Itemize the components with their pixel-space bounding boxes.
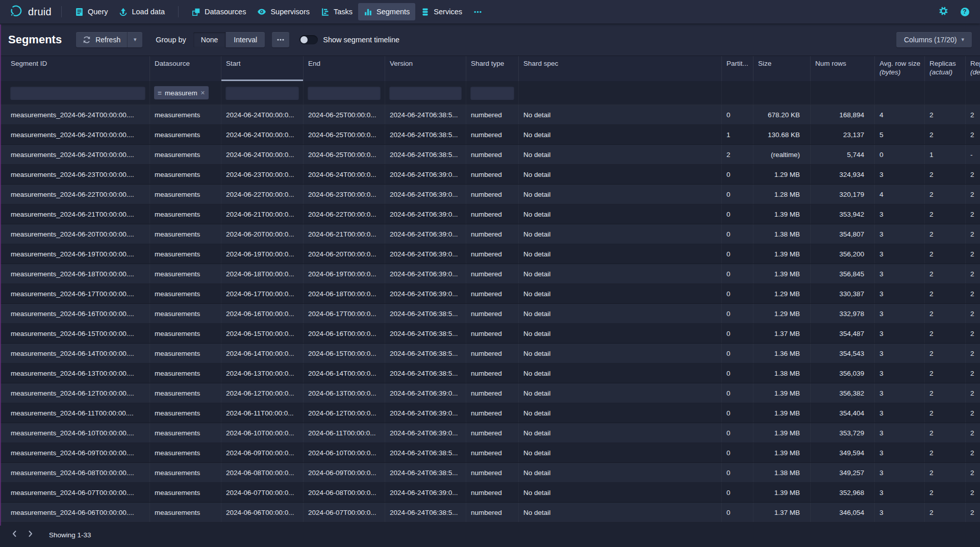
close-icon[interactable]: ✕ [200, 90, 205, 96]
table-row[interactable]: measurements_2024-06-18T00:00:00....meas… [0, 264, 980, 284]
table-row[interactable]: measurements_2024-06-09T00:00:00....meas… [0, 443, 980, 463]
table-row[interactable]: measurements_2024-06-08T00:00:00....meas… [0, 463, 980, 483]
nav-item-load-data[interactable]: Load data [113, 3, 170, 20]
cell-segment-id[interactable]: measurements_2024-06-13T00:00:00.... [6, 363, 150, 383]
column-header-partit-[interactable]: Partit... [722, 56, 753, 81]
column-header-label: Replicas [929, 60, 956, 67]
datasource-filter-tag[interactable]: =measurem✕ [154, 86, 209, 99]
column-header-shard-spec[interactable]: Shard spec [519, 56, 722, 81]
help-button[interactable]: ? [958, 5, 972, 19]
cell-segment-id[interactable]: measurements_2024-06-19T00:00:00.... [6, 244, 150, 264]
columns-button[interactable]: Columns (17/20) ▾ [896, 32, 972, 47]
filter-input-start[interactable] [225, 86, 299, 100]
next-page-button[interactable] [22, 527, 38, 542]
filter-input-version[interactable] [389, 86, 462, 100]
filter-cell-avg-row-size [875, 81, 925, 105]
cell-avg-row-size: 3 [875, 304, 925, 323]
table-row[interactable]: measurements_2024-06-10T00:00:00....meas… [0, 423, 980, 443]
cell-replicas: 2 [925, 165, 966, 184]
brand-name: druid [28, 6, 52, 18]
cell-segment-id[interactable]: measurements_2024-06-22T00:00:00.... [6, 185, 150, 204]
cell-start: 2024-06-06T00:00:0... [221, 503, 304, 522]
column-header-segment-id[interactable]: Segment ID [6, 56, 150, 81]
cell-segment-id[interactable]: measurements_2024-06-09T00:00:00.... [6, 443, 150, 462]
cell-segment-id[interactable]: measurements_2024-06-07T00:00:00.... [6, 483, 150, 502]
column-header-end[interactable]: End [304, 56, 385, 81]
table-row[interactable]: measurements_2024-06-12T00:00:00....meas… [0, 383, 980, 403]
filter-input-segment-id[interactable] [10, 86, 145, 100]
table-row[interactable]: measurements_2024-06-14T00:00:00....meas… [0, 344, 980, 363]
cell-size: 1.37 MB [753, 324, 811, 343]
cell-segment-id[interactable]: measurements_2024-06-21T00:00:00.... [6, 204, 150, 224]
cell-segment-id[interactable]: measurements_2024-06-17T00:00:00.... [6, 284, 150, 303]
more-options-button[interactable] [272, 32, 289, 47]
cell-segment-id[interactable]: measurements_2024-06-24T00:00:00.... [6, 105, 150, 124]
table-row[interactable]: measurements_2024-06-24T00:00:00....meas… [0, 145, 980, 165]
cell-start: 2024-06-07T00:00:0... [221, 483, 304, 502]
navbar-divider [61, 6, 62, 17]
column-header-size[interactable]: Size [753, 56, 811, 81]
column-header-num-rows[interactable]: Num rows [811, 56, 875, 81]
settings-button[interactable] [936, 5, 950, 19]
nav-item-supervisors[interactable]: Supervisors [252, 3, 315, 20]
cell-segment-id[interactable]: measurements_2024-06-23T00:00:00.... [6, 165, 150, 184]
table-row[interactable]: measurements_2024-06-22T00:00:00....meas… [0, 185, 980, 204]
cell-avg-row-size: 3 [875, 264, 925, 283]
cell-segment-id[interactable]: measurements_2024-06-20T00:00:00.... [6, 224, 150, 244]
group-by-option-interval[interactable]: Interval [225, 32, 265, 47]
column-header-datasource[interactable]: Datasource [150, 56, 221, 81]
table-row[interactable]: measurements_2024-06-07T00:00:00....meas… [0, 483, 980, 503]
table-row[interactable]: measurements_2024-06-24T00:00:00....meas… [0, 125, 980, 145]
filter-input-end[interactable] [308, 86, 381, 100]
column-header-version[interactable]: Version [385, 56, 466, 81]
filter-input-shard-type[interactable] [470, 86, 514, 100]
cell-partit-: 0 [722, 304, 753, 323]
table-row[interactable]: measurements_2024-06-06T00:00:00....meas… [0, 503, 980, 523]
table-row[interactable]: measurements_2024-06-20T00:00:00....meas… [0, 224, 980, 244]
column-header-avg-row-size[interactable]: Avg. row size(bytes) [875, 56, 925, 81]
cell-segment-id[interactable]: measurements_2024-06-14T00:00:00.... [6, 344, 150, 363]
column-header-replicas[interactable]: Replicas(actual) [925, 56, 966, 81]
filter-cell-end [304, 81, 385, 105]
column-header-replication-factor[interactable]: Replication factor(desired) [966, 56, 980, 81]
table-row[interactable]: measurements_2024-06-11T00:00:00....meas… [0, 403, 980, 423]
cell-segment-id[interactable]: measurements_2024-06-15T00:00:00.... [6, 324, 150, 343]
table-row[interactable]: measurements_2024-06-19T00:00:00....meas… [0, 244, 980, 264]
filter-cell-segment-id [6, 81, 150, 105]
cell-segment-id[interactable]: measurements_2024-06-24T00:00:00.... [6, 125, 150, 144]
cell-replicas: 2 [925, 204, 966, 224]
group-by-option-none[interactable]: None [193, 32, 225, 47]
nav-item-more[interactable] [468, 3, 488, 20]
column-header-shard-type[interactable]: Shard type [466, 56, 519, 81]
cell-start: 2024-06-09T00:00:0... [221, 443, 304, 462]
cell-segment-id[interactable]: measurements_2024-06-16T00:00:00.... [6, 304, 150, 323]
table-row[interactable]: measurements_2024-06-16T00:00:00....meas… [0, 304, 980, 324]
previous-page-button[interactable] [7, 527, 22, 542]
cell-segment-id[interactable]: measurements_2024-06-10T00:00:00.... [6, 423, 150, 442]
refresh-button[interactable]: Refresh [76, 32, 127, 47]
cell-segment-id[interactable]: measurements_2024-06-12T00:00:00.... [6, 383, 150, 403]
cell-size: 1.29 MB [753, 304, 811, 323]
table-row[interactable]: measurements_2024-06-13T00:00:00....meas… [0, 363, 980, 383]
nav-item-tasks[interactable]: Tasks [315, 3, 358, 20]
druid-brand[interactable]: druid [9, 4, 52, 20]
cell-segment-id[interactable]: measurements_2024-06-18T00:00:00.... [6, 264, 150, 283]
table-row[interactable]: measurements_2024-06-17T00:00:00....meas… [0, 284, 980, 304]
table-row[interactable]: measurements_2024-06-15T00:00:00....meas… [0, 324, 980, 344]
cell-segment-id[interactable]: measurements_2024-06-06T00:00:00.... [6, 503, 150, 522]
table-row[interactable]: measurements_2024-06-23T00:00:00....meas… [0, 165, 980, 185]
cell-segment-id[interactable]: measurements_2024-06-24T00:00:00.... [6, 145, 150, 164]
column-header-start[interactable]: Start [221, 56, 304, 81]
cell-segment-id[interactable]: measurements_2024-06-08T00:00:00.... [6, 463, 150, 482]
nav-item-services[interactable]: Services [415, 3, 468, 20]
chevron-down-icon: ▾ [961, 37, 964, 42]
segment-timeline-toggle[interactable]: Show segment timeline [299, 35, 399, 44]
table-row[interactable]: measurements_2024-06-21T00:00:00....meas… [0, 204, 980, 224]
cell-segment-id[interactable]: measurements_2024-06-11T00:00:00.... [6, 403, 150, 423]
nav-item-segments[interactable]: Segments [358, 3, 415, 20]
nav-item-datasources[interactable]: Datasources [186, 3, 252, 20]
table-row[interactable]: measurements_2024-06-24T00:00:00....meas… [0, 105, 980, 125]
cell-shard-spec: No detail [519, 383, 722, 403]
refresh-options-button[interactable]: ▾ [127, 32, 142, 47]
nav-item-query[interactable]: Query [69, 3, 114, 20]
